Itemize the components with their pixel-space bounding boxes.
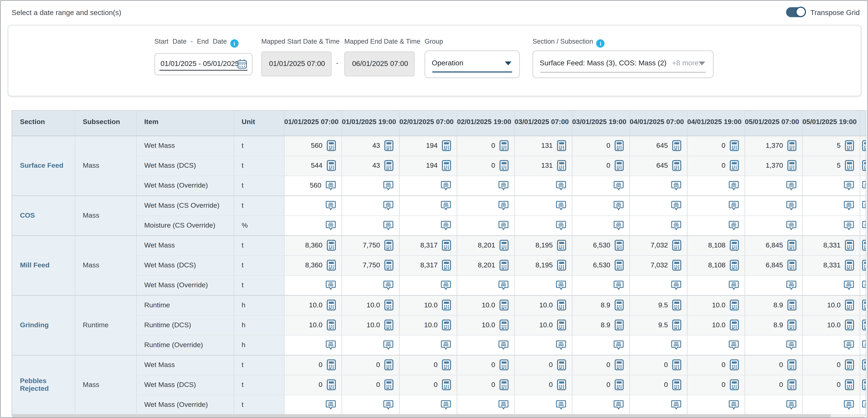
grid-cell[interactable]: 8.9 [572, 315, 629, 335]
grid-cell[interactable]: 131 [514, 136, 572, 155]
grid-cell[interactable] [802, 395, 860, 415]
calculator-icon[interactable] [614, 359, 624, 370]
grid-cell[interactable]: 7,032 [629, 255, 687, 275]
comment-icon[interactable] [613, 200, 624, 211]
comment-icon[interactable] [786, 180, 796, 191]
calculator-icon[interactable] [441, 140, 451, 151]
calculator-icon[interactable] [327, 160, 336, 171]
calculator-icon[interactable] [730, 359, 739, 370]
grid-cell[interactable] [802, 335, 860, 355]
calculator-icon[interactable] [730, 260, 739, 271]
grid-cell[interactable]: 7,032 [629, 235, 687, 255]
calculator-icon[interactable] [844, 320, 854, 331]
comment-icon[interactable] [613, 219, 624, 231]
grid-cell[interactable]: 10.0 [399, 295, 457, 315]
calculator-icon[interactable] [844, 160, 854, 171]
scrollbar-thumb[interactable] [11, 414, 831, 417]
comment-icon[interactable] [786, 339, 796, 351]
calculator-icon[interactable] [672, 379, 681, 390]
grid-cell[interactable] [399, 335, 457, 355]
comment-icon[interactable] [671, 180, 681, 191]
grid-cell[interactable]: 5 [802, 136, 860, 155]
calculator-icon[interactable] [844, 140, 854, 151]
comment-icon[interactable] [613, 339, 624, 351]
grid-cell[interactable] [629, 395, 687, 415]
calculator-icon[interactable] [557, 160, 566, 171]
grid-cell[interactable] [572, 215, 629, 235]
grid-cell[interactable]: 0 [745, 375, 802, 395]
calculator-icon[interactable] [384, 160, 393, 171]
grid-cell[interactable]: 8,201 [457, 235, 515, 255]
grid-cell[interactable] [284, 196, 342, 215]
grid-cell[interactable]: 131 [514, 155, 572, 175]
horizontal-scrollbar[interactable] [11, 414, 865, 417]
grid-cell[interactable] [284, 335, 342, 355]
grid-cell[interactable] [342, 215, 399, 235]
grid-cell[interactable] [802, 175, 860, 195]
grid-cell[interactable]: 645 [629, 155, 687, 175]
calculator-icon[interactable] [557, 140, 566, 151]
grid-cell[interactable]: 9.5 [629, 295, 687, 315]
calculator-icon[interactable] [327, 379, 336, 390]
grid-cell[interactable] [284, 275, 342, 295]
grid-cell[interactable] [342, 335, 399, 355]
grid-cell[interactable]: 8,108 [687, 255, 745, 275]
grid-cell[interactable]: 9.5 [629, 315, 687, 335]
grid-cell[interactable]: 8,331 [802, 255, 860, 275]
calculator-icon[interactable] [384, 240, 393, 251]
grid-cell[interactable] [514, 175, 572, 195]
grid-cell[interactable]: 8,108 [687, 235, 745, 255]
comment-icon[interactable] [671, 339, 681, 351]
calculator-icon[interactable] [327, 299, 336, 310]
grid-cell[interactable]: 8,317 [399, 235, 457, 255]
grid-cell[interactable] [745, 275, 802, 295]
grid-cell[interactable] [687, 395, 745, 415]
grid-cell[interactable] [399, 175, 457, 195]
calculator-icon[interactable] [787, 299, 796, 310]
calculator-icon[interactable] [384, 260, 393, 271]
comment-icon[interactable] [498, 339, 508, 351]
grid-cell[interactable]: 0 [572, 136, 629, 155]
grid-cell[interactable] [342, 275, 399, 295]
comment-icon[interactable] [786, 279, 796, 291]
grid-cell[interactable]: 0 [457, 155, 515, 175]
calculator-icon[interactable] [672, 260, 681, 271]
comment-icon[interactable] [671, 219, 681, 231]
grid-cell[interactable] [457, 175, 515, 195]
grid-cell[interactable] [457, 335, 515, 355]
comment-icon[interactable] [440, 219, 451, 231]
comment-icon[interactable] [786, 219, 796, 231]
grid-cell[interactable] [687, 196, 745, 215]
comment-icon[interactable] [440, 279, 451, 291]
grid-cell[interactable]: 560 [284, 136, 342, 155]
calculator-icon[interactable] [441, 260, 451, 271]
grid-cell[interactable] [629, 215, 687, 235]
comment-icon[interactable] [728, 219, 739, 231]
grid-cell[interactable]: 8,195 [514, 255, 572, 275]
grid-cell[interactable]: 10.0 [687, 315, 745, 335]
info-icon[interactable]: i [230, 39, 239, 48]
calculator-icon[interactable] [787, 240, 796, 251]
calculator-icon[interactable] [499, 359, 508, 370]
grid-cell[interactable]: 1,370 [745, 155, 802, 175]
calculator-icon[interactable] [614, 299, 624, 310]
calculator-icon[interactable] [844, 260, 854, 271]
comment-icon[interactable] [728, 200, 739, 211]
grid-cell[interactable] [802, 215, 860, 235]
calculator-icon[interactable] [614, 240, 624, 251]
info-icon[interactable]: i [596, 39, 605, 48]
grid-cell[interactable] [457, 395, 515, 415]
grid-cell[interactable]: 8.9 [572, 295, 629, 315]
comment-icon[interactable] [325, 339, 336, 351]
grid-cell[interactable] [572, 175, 629, 195]
calculator-icon[interactable] [787, 320, 796, 331]
grid-cell[interactable]: 8,201 [457, 255, 515, 275]
grid-cell[interactable] [745, 395, 802, 415]
grid-cell[interactable]: 6,845 [745, 235, 802, 255]
grid-cell[interactable]: 7,750 [342, 235, 399, 255]
grid-cell[interactable]: 10.0 [342, 295, 399, 315]
grid-cell[interactable] [802, 275, 860, 295]
calculator-icon[interactable] [499, 299, 508, 310]
grid-cell[interactable] [687, 275, 745, 295]
calculator-icon[interactable] [384, 379, 393, 390]
